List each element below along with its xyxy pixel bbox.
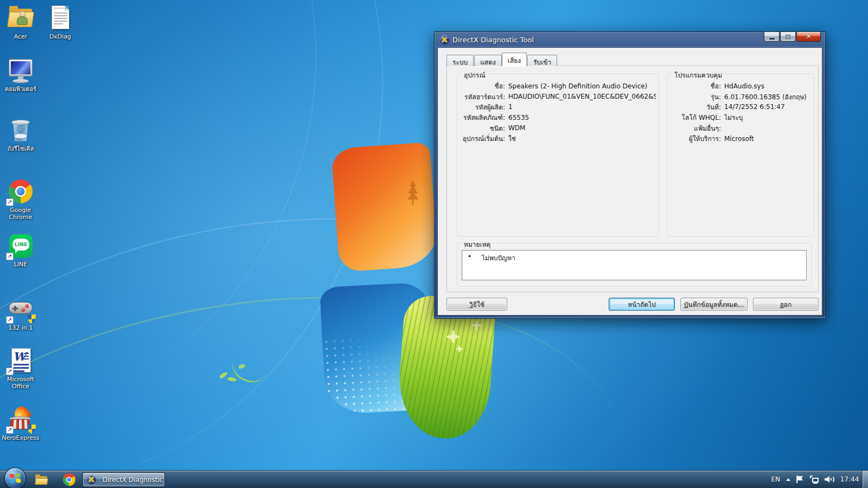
driver-row: รุ่น: 6.01.7600.16385 (อังกฤษ) [671, 91, 811, 101]
save-all-information-button[interactable]: บันทึกข้อมูลทั้งหมด... [680, 298, 748, 311]
window-titlebar[interactable]: DirectX Diagnostic Tool ✕ [437, 32, 822, 47]
close-button[interactable]: ✕ [796, 31, 821, 42]
tab-input[interactable]: รับเข้า [527, 55, 557, 66]
desktop-icon-computer[interactable]: คอมพิวเตอร์ [0, 57, 41, 93]
device-group-title: อุปกรณ์ [462, 70, 488, 80]
flower-sparkle [456, 345, 463, 352]
field-label: อุปกรณ์เริ่มต้น: [461, 133, 505, 144]
note-bullet: • [468, 253, 482, 280]
show-hidden-icons-icon[interactable] [786, 478, 790, 481]
desktop-icon-label: LINE [0, 261, 41, 268]
notes-listbox[interactable]: • ไม่พบปัญหา [462, 250, 807, 280]
sound-tab-page: อุปกรณ์ ชื่อ: Speakers (2- High Definiti… [446, 66, 819, 292]
driver-row: ผู้ให้บริการ: Microsoft [671, 133, 811, 144]
taskbar: DirectX Diagnostic T... EN 17:44 [0, 470, 868, 488]
flower-sparkle [471, 320, 482, 331]
taskbar-explorer-button[interactable] [34, 473, 50, 486]
field-value: ไม่ระบุ [724, 112, 811, 123]
word-document-icon: W [11, 348, 31, 373]
device-row: ชื่อ: Speakers (2- High Definition Audio… [461, 81, 656, 91]
desktop-icon-label: NeroExpress [0, 434, 41, 441]
desktop-icon-label: Microsoft Office [0, 376, 41, 390]
maximize-button[interactable] [780, 31, 796, 42]
computer-icon [7, 57, 34, 84]
shortcut-arrow-icon: ↗ [6, 253, 14, 260]
field-label: ชื่อ: [671, 81, 721, 91]
desktop-icon-acer[interactable]: Acer [0, 4, 41, 40]
shortcut-arrow-icon: ↗ [6, 316, 14, 324]
desktop-icon-label: คอมพิวเตอร์ [0, 86, 41, 93]
minimize-button[interactable] [764, 31, 780, 42]
desktop-icon-neroexpress[interactable]: ↗ NeroExpress [0, 406, 41, 441]
clock[interactable]: 17:44 [840, 476, 859, 483]
device-row: รหัสฮาร์ดแวร์: HDAUDIO\FUNC_01&VEN_10EC&… [461, 91, 656, 101]
maximize-icon [786, 35, 790, 39]
field-value: 6.01.7600.16385 (อังกฤษ) [724, 92, 811, 102]
help-button[interactable]: วิธีใช้ [446, 298, 507, 311]
field-value: HDAUDIO\FUNC_01&VEN_10EC&DEV_0662&SUBSYS… [508, 93, 656, 100]
device-row: รหัสผู้ผลิต: 1 [461, 102, 656, 112]
system-tray: EN 17:44 [771, 471, 859, 488]
volume-icon[interactable] [825, 476, 834, 483]
flower-sparkle [446, 330, 460, 344]
driver-row: แฟ้มอื่นๆ: [671, 123, 811, 133]
tab-sound[interactable]: เสียง [502, 53, 527, 66]
start-button[interactable] [4, 467, 26, 488]
driver-group-title: โปรแกรมควบคุม [672, 70, 724, 80]
uac-shield-icon [28, 425, 36, 434]
text-document-icon [52, 5, 69, 29]
windows-logo-icon [9, 473, 21, 483]
field-label: โลโก้ WHQL: [671, 112, 721, 123]
taskbar-chrome-button[interactable] [61, 473, 77, 486]
desktop-icon-recycle-bin[interactable]: ถังรีไซเคิล [0, 117, 41, 152]
device-group: อุปกรณ์ ชื่อ: Speakers (2- High Definiti… [457, 74, 659, 236]
uac-shield-icon [28, 314, 36, 324]
notes-group: หมายเหตุ • ไม่พบปัญหา [457, 243, 812, 286]
shortcut-arrow-icon: ↗ [6, 368, 14, 375]
gamepad-icon [9, 302, 33, 314]
language-indicator[interactable]: EN [771, 476, 780, 483]
desktop-icon-label: Acer [0, 33, 41, 40]
desktop-icon-microsoft-office[interactable]: W ↗ Microsoft Office [0, 347, 41, 390]
desktop-icon-132-in-1[interactable]: ↗ 132 in 1 [0, 296, 41, 331]
field-label: รหัสผู้ผลิต: [461, 102, 505, 112]
action-center-flag-icon[interactable] [796, 476, 803, 483]
network-icon[interactable] [809, 476, 819, 484]
show-desktop-button[interactable] [862, 471, 868, 488]
desktop-icon-google-chrome[interactable]: ↗ Google Chrome [0, 178, 41, 221]
field-value: Speakers (2- High Definition Audio Devic… [508, 82, 656, 90]
field-value: 65535 [508, 114, 656, 121]
user-folder-icon [16, 11, 28, 26]
dialog-button-row: วิธีใช้ หน้าถัดไป บันทึกข้อมูลทั้งหมด...… [446, 298, 819, 311]
dxdiag-window: DirectX Diagnostic Tool ✕ ระบบ แสดง เสีย… [434, 31, 826, 319]
tab-display[interactable]: แสดง [474, 55, 502, 66]
tab-strip: ระบบ แสดง เสียง รับเข้า [446, 53, 558, 66]
close-icon: ✕ [806, 34, 811, 40]
plant-sprig [216, 354, 254, 386]
device-row: ชนิด: WDM [461, 123, 656, 133]
note-text: ไม่พบปัญหา [482, 253, 515, 280]
field-value: Microsoft [724, 135, 811, 143]
field-label: แฟ้มอื่นๆ: [671, 123, 721, 133]
driver-group: โปรแกรมควบคุม ชื่อ: HdAudio.sys รุ่น: 6.… [667, 74, 814, 236]
desktop-icon-label: ถังรีไซเคิล [0, 145, 41, 152]
shortcut-arrow-icon: ↗ [6, 426, 14, 434]
device-row: รหัสผลิตภัณฑ์: 65535 [461, 112, 656, 123]
driver-row: โลโก้ WHQL: ไม่ระบุ [671, 112, 811, 123]
shortcut-arrow-icon: ↗ [6, 198, 14, 206]
desktop-icon-line[interactable]: LINE ↗ LINE [0, 232, 41, 268]
minimize-icon [769, 38, 775, 40]
exit-button[interactable]: ออก [753, 298, 819, 311]
next-page-button[interactable]: หน้าถัดไป [609, 298, 675, 311]
field-value: 1 [508, 103, 656, 111]
taskbar-task-dxdiag[interactable]: DirectX Diagnostic T... [82, 472, 165, 487]
desktop-icon-dxdiag[interactable]: DxDiag [40, 4, 81, 40]
task-button-label: DirectX Diagnostic T... [103, 476, 165, 484]
tab-system[interactable]: ระบบ [446, 55, 474, 66]
field-label: รุ่น: [671, 92, 721, 102]
windows-flag-orange-pane [331, 142, 438, 272]
field-label: ชื่อ: [461, 81, 505, 91]
field-value: ใช่ [508, 133, 656, 144]
device-row: อุปกรณ์เริ่มต้น: ใช่ [461, 133, 656, 144]
tree-silhouette [406, 180, 420, 205]
